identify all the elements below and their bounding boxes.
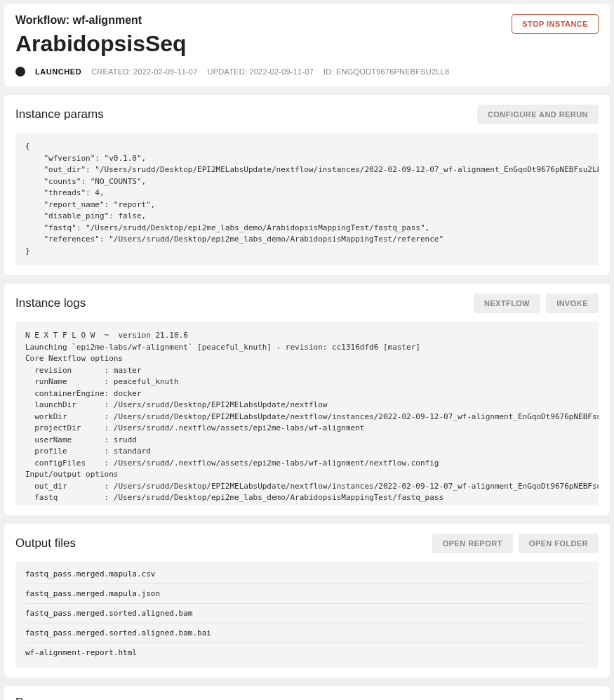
- id-meta: ID: ENGQODT9676PNEBFSU2LL8: [323, 67, 449, 76]
- updated-meta: UPDATED: 2022-02-09-11-07: [208, 67, 314, 76]
- status-dot-icon: [15, 67, 25, 77]
- created-meta: CREATED: 2022-02-09-11-07: [91, 67, 197, 76]
- params-panel: Instance params CONFIGURE AND RERUN { "w…: [4, 95, 610, 275]
- outputs-panel: Output files OPEN REPORT OPEN FOLDER fas…: [4, 524, 610, 678]
- workflow-label: Workflow: wf-alignment: [15, 14, 187, 27]
- output-file-item[interactable]: fastq_pass.merged.sorted.aligned.bam.bai: [25, 623, 589, 643]
- danger-panel: Danger zone DELETE INSTANCE: [4, 686, 610, 700]
- params-json: { "wfversion": "v0.1.0", "out_dir": "/Us…: [15, 133, 599, 265]
- logs-title: Instance logs: [15, 296, 86, 310]
- instance-title: ArabidopsisSeq: [15, 31, 187, 57]
- output-file-item[interactable]: fastq_pass.merged.mapula.json: [25, 584, 589, 604]
- configure-rerun-button[interactable]: CONFIGURE AND RERUN: [477, 105, 599, 124]
- header-panel: Workflow: wf-alignment ArabidopsisSeq ST…: [4, 4, 610, 86]
- nextflow-button[interactable]: NEXTFLOW: [474, 293, 540, 313]
- outputs-title: Output files: [15, 536, 76, 550]
- params-title: Instance params: [15, 107, 104, 121]
- stop-instance-button[interactable]: STOP INSTANCE: [512, 14, 599, 34]
- output-file-item[interactable]: fastq_pass.merged.sorted.aligned.bam: [25, 604, 589, 623]
- open-folder-button[interactable]: OPEN FOLDER: [519, 534, 599, 553]
- open-report-button[interactable]: OPEN REPORT: [432, 534, 513, 553]
- status-label: LAUNCHED: [35, 67, 81, 76]
- logs-panel: Instance logs NEXTFLOW INVOKE N E X T F …: [4, 284, 610, 515]
- invoke-button[interactable]: INVOKE: [546, 293, 599, 313]
- output-file-list: fastq_pass.merged.mapula.csv fastq_pass.…: [15, 562, 599, 668]
- meta-row: LAUNCHED CREATED: 2022-02-09-11-07 UPDAT…: [15, 67, 599, 77]
- logs-text: N E X T F L O W ~ version 21.10.6 Launch…: [15, 322, 599, 506]
- output-file-item[interactable]: wf-alignment-report.html: [25, 643, 589, 662]
- output-file-item[interactable]: fastq_pass.merged.mapula.csv: [25, 564, 589, 584]
- danger-title: Danger zone: [15, 696, 84, 700]
